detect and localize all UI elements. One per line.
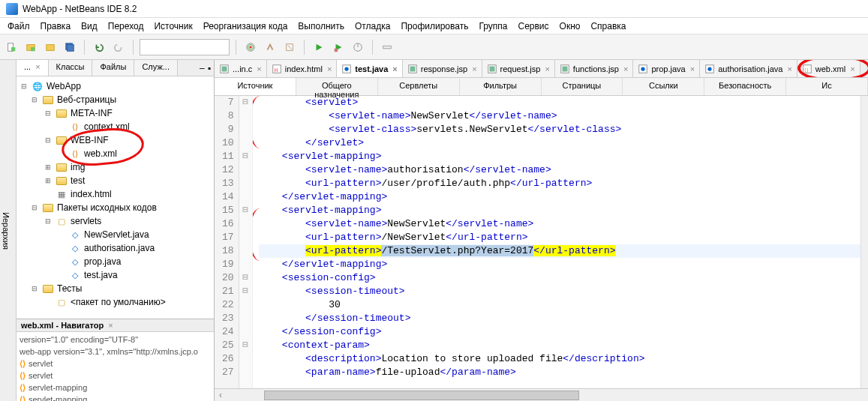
sub-tab-7[interactable]: Ис [786, 78, 868, 95]
menu-справка[interactable]: Справка [586, 19, 630, 32]
editor-tab-prop-java[interactable]: prop.java× [633, 60, 700, 77]
tree-node-web-xml[interactable]: ⟨⟩web.xml [17, 147, 214, 160]
close-icon[interactable]: × [623, 64, 628, 73]
code-line-15[interactable]: <servlet-mapping> [259, 204, 860, 217]
sub-tab-3[interactable]: Фильтры [460, 78, 542, 95]
code-editor[interactable]: 789101112131415161718192021222324252627 … [215, 96, 868, 388]
menu-источник[interactable]: Источник [149, 19, 197, 32]
fold-toggle-icon[interactable] [239, 258, 252, 271]
memory-icon[interactable] [379, 39, 395, 55]
fold-toggle-icon[interactable] [239, 352, 252, 366]
navigator-item[interactable]: ⟨⟩servlet [20, 358, 211, 370]
close-icon[interactable]: × [108, 321, 113, 330]
tree-node-prop-java[interactable]: ◇prop.java [17, 255, 214, 268]
undo-icon[interactable] [91, 39, 107, 55]
code-line-10[interactable]: </servlet> [259, 136, 860, 150]
tree-node-META-INF[interactable]: ⊟META-INF [17, 106, 214, 120]
open-project-icon[interactable] [42, 39, 59, 55]
tree-node-WEB-INF[interactable]: ⊟WEB-INF [17, 133, 214, 147]
tree-node-------------[interactable]: ⊟Веб-страницы [17, 93, 214, 106]
tree-node-img[interactable]: ⊞img [17, 160, 214, 174]
navigator-item[interactable]: ⟨⟩servlet-mapping [20, 382, 211, 394]
tree-node-index-html[interactable]: ▦index.html [17, 187, 214, 201]
fold-toggle-icon[interactable]: ⊟ [239, 204, 252, 217]
restore-icon[interactable]: ▪ [208, 63, 211, 73]
close-icon[interactable]: × [690, 64, 695, 73]
tree-toggle-icon[interactable]: ⊟ [44, 217, 53, 225]
code-line-18[interactable]: <url-pattern>/TestServlet.php?Year=2017<… [259, 244, 860, 258]
menu-вид[interactable]: Вид [77, 19, 102, 32]
sub-tab-5[interactable]: Ссылки [623, 78, 704, 95]
editor-tab-test-java[interactable]: test.java× [337, 60, 402, 77]
tree-node-test-java[interactable]: ◇test.java [17, 268, 214, 282]
tree-node-test[interactable]: ⊞test [17, 174, 214, 187]
clean-build-icon[interactable] [281, 39, 298, 55]
code-line-22[interactable]: 30 [259, 298, 860, 312]
menu-профилировать[interactable]: Профилировать [396, 19, 473, 32]
new-project-icon[interactable] [23, 39, 39, 55]
close-icon[interactable]: × [327, 64, 332, 73]
tree-toggle-icon[interactable]: ⊞ [44, 163, 53, 171]
projects-tab[interactable]: ...× [17, 60, 49, 76]
code-line-21[interactable]: <session-timeout> [259, 285, 860, 298]
code-line-24[interactable]: </session-config> [259, 325, 860, 339]
fold-toggle-icon[interactable]: ⊟ [239, 96, 252, 109]
close-icon[interactable]: × [35, 62, 40, 71]
sub-tab-1[interactable]: Общего назначения [296, 78, 378, 95]
code-line-9[interactable]: <servlet-class>servlets.NewServlet</serv… [259, 123, 860, 136]
close-icon[interactable]: × [850, 64, 854, 73]
code-line-25[interactable]: <context-param> [259, 339, 860, 352]
fold-toggle-icon[interactable] [239, 312, 252, 325]
minimize-icon[interactable]: – [200, 63, 205, 73]
editor-tab-index-html[interactable]: Hindex.html× [267, 60, 338, 77]
code-line-20[interactable]: <session-config> [259, 271, 860, 285]
fold-toggle-icon[interactable] [239, 325, 252, 339]
new-file-icon[interactable] [3, 39, 20, 55]
tree-node------[interactable]: ⊟Тесты [17, 282, 214, 295]
project-tree[interactable]: ⊟🌐WebApp⊟Веб-страницы⊟META-INF⟨⟩context.… [17, 76, 214, 319]
sub-tab-4[interactable]: Страницы [542, 78, 623, 95]
fold-toggle-icon[interactable] [239, 366, 252, 379]
navigator-item[interactable]: ⟨⟩servlet [20, 370, 211, 382]
editor-tab-authorisation-java[interactable]: authorisation.java× [700, 60, 797, 77]
fold-toggle-icon[interactable] [239, 298, 252, 312]
editor-tab----in-c[interactable]: ...in.c× [215, 60, 267, 77]
tree-toggle-icon[interactable]: ⊟ [20, 82, 29, 90]
run-icon[interactable] [311, 39, 327, 55]
fold-toggle-icon[interactable] [239, 190, 252, 204]
navigator-item[interactable]: ⟨⟩servlet-mapping [20, 394, 211, 401]
fold-toggle-icon[interactable] [239, 109, 252, 123]
fold-toggle-icon[interactable]: ⊟ [239, 271, 252, 285]
sub-tab-6[interactable]: Безопасность [704, 78, 786, 95]
files-tab[interactable]: Файлы [92, 60, 134, 76]
close-icon[interactable]: × [472, 64, 476, 73]
code-content[interactable]: <servlet> <servlet-name>NewServlet</serv… [253, 96, 860, 388]
editor-tab-response-jsp[interactable]: response.jsp× [403, 60, 482, 77]
menu-правка[interactable]: Правка [36, 19, 76, 32]
tree-node-authorisation-java[interactable]: ◇authorisation.java [17, 241, 214, 255]
menu-отладка[interactable]: Отладка [350, 19, 395, 32]
scrollbar-thumb[interactable] [264, 391, 579, 400]
editor-tab-web-xml[interactable]: ⟨⟩web.xml× [797, 60, 860, 77]
code-line-16[interactable]: <servlet-name>NewServlet</servlet-name> [259, 217, 860, 231]
debug-icon[interactable] [330, 39, 347, 55]
code-line-26[interactable]: <description>Location to store uploaded … [259, 352, 860, 366]
classes-tab[interactable]: Классы [49, 60, 93, 76]
code-line-17[interactable]: <url-pattern>/NewServlet</url-pattern> [259, 231, 860, 244]
code-line-23[interactable]: </session-timeout> [259, 312, 860, 325]
save-all-icon[interactable] [62, 39, 78, 55]
fold-gutter[interactable]: ⊟⊟⊟⊟⊟⊟ [239, 96, 253, 388]
tree-toggle-icon[interactable]: ⊟ [44, 136, 53, 144]
close-icon[interactable]: × [545, 64, 549, 73]
fold-toggle-icon[interactable] [239, 177, 252, 190]
tree-node---------------------[interactable]: ▢<пакет по умолчанию> [17, 295, 214, 309]
tree-toggle-icon[interactable]: ⊟ [30, 96, 39, 103]
editor-tab-functions-jsp[interactable]: functions.jsp× [555, 60, 634, 77]
scroll-left-icon[interactable]: ‹ [215, 390, 227, 400]
hierarchy-vertical-tab[interactable]: Иерархия [0, 60, 17, 401]
code-line-12[interactable]: <servlet-name>authorisation</servlet-nam… [259, 163, 860, 177]
fold-toggle-icon[interactable]: ⊟ [239, 339, 252, 352]
tree-toggle-icon[interactable]: ⊟ [30, 285, 39, 292]
sub-tab-0[interactable]: Источник [215, 78, 296, 95]
services-tab[interactable]: Служ... [134, 60, 178, 76]
